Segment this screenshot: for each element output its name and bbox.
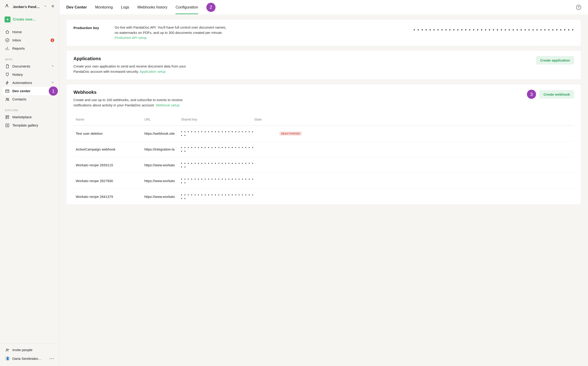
sidebar-item-label: Template gallery [12,123,38,127]
contacts-icon [5,97,10,102]
sidebar-item-automations[interactable]: Automations [3,79,56,87]
plus-icon: + [5,16,10,23]
webhook-url: https://www.workato [144,195,181,198]
user-name: Daria Serebriako… [12,357,42,360]
webhook-row[interactable]: Workato recipe 2827830https://www.workat… [73,173,574,189]
sidebar-item-dev-center[interactable]: Dev center 1 [3,87,56,95]
reports-icon [5,46,10,51]
applications-desc: Create your own application to send and … [73,64,197,74]
webhook-shared-key: • • • • • • • • • • • • • • • • • • • • … [181,161,254,169]
annotation-3: 3 [527,90,536,99]
webhook-shared-key: • • • • • • • • • • • • • • • • • • • • … [181,177,254,185]
webhook-name: Workato recipe 2833115 [76,163,144,167]
webhooks-table: Name URL Shared key State Test user dele… [73,114,574,205]
sidebar-item-template-gallery[interactable]: Template gallery [3,121,56,130]
automations-icon [5,81,10,85]
sidebar-item-contacts[interactable]: Contacts [3,95,56,103]
svg-point-3 [8,98,9,99]
sidebar-item-reports[interactable]: Reports [3,44,56,53]
create-new-button[interactable]: + Create new… [4,15,55,24]
col-shared: Shared key [181,118,254,121]
webhook-shared-key: • • • • • • • • • • • • • • • • • • • • … [181,193,254,200]
svg-point-2 [6,98,7,99]
status-badge: DEACTIVATED [279,131,302,136]
page-title: Dev Center [66,5,87,10]
svg-rect-4 [6,115,7,117]
applications-heading: Applications [73,56,197,61]
webhook-name: Workato recipe 2841379 [76,195,144,198]
col-name: Name [76,118,144,121]
svg-rect-6 [6,118,7,119]
home-icon [5,30,10,34]
sidebar-item-label: Automations [12,81,32,85]
col-state: State [254,118,279,121]
tab-logs[interactable]: Logs [121,0,129,14]
sidebar-item-documents[interactable]: Documents [3,62,56,70]
nav-apps: Documents Notary Automations Dev center … [0,62,59,106]
notary-icon [5,72,10,77]
sidebar-item-label: Dev center [12,89,31,93]
webhook-url: https://www.workato [144,163,181,167]
tab-configuration[interactable]: Configuration [176,0,198,14]
webhook-row[interactable]: Workato recipe 2833115https://www.workat… [73,157,574,173]
chevron-down-icon [44,5,47,9]
production-key-card: Production key Go live with PandaDoc API… [66,19,581,46]
tab-webhooks-history[interactable]: Webhooks history [137,0,168,14]
applications-card: Applications Create your own application… [66,50,581,80]
sidebar-item-label: Reports [12,46,25,51]
webhook-name: ActiveCampaign webhook [76,147,144,151]
section-explore-label: EXPLORE [0,106,59,113]
dev-center-icon [5,89,10,93]
chevron-down-icon [51,64,54,69]
annotation-2: 2 [206,3,215,12]
webhook-name: Test user deletion [76,131,144,135]
collapse-sidebar-icon[interactable] [51,4,55,9]
sidebar-item-inbox[interactable]: Inbox 1 [3,36,56,44]
application-setup-link[interactable]: Application setup [140,69,166,73]
webhook-url: https://www.workato [144,179,181,183]
create-webhook-button[interactable]: Create webhook [539,90,574,99]
production-api-setup-link[interactable]: Production API setup [115,36,147,39]
sidebar-item-home[interactable]: Home [3,28,56,36]
sidebar-item-marketplace[interactable]: Marketplace [3,113,56,121]
annotation-1: 1 [49,86,58,96]
workspace-switcher[interactable]: Jordan's Pand… [0,0,59,13]
webhooks-table-head: Name URL Shared key State [73,114,574,126]
webhook-setup-link[interactable]: Webhook setup [156,103,179,107]
webhook-row[interactable]: ActiveCampaign webhookhttps://integratio… [73,141,574,157]
sidebar: Jordan's Pand… + Create new… Home Inbox … [0,0,60,366]
sidebar-item-label: Notary [12,73,23,77]
svg-rect-1 [6,90,9,92]
marketplace-icon [5,115,10,119]
invite-label: Invite people [12,348,32,352]
chevron-down-icon [51,81,54,85]
webhooks-card: Webhooks Create and use up to 100 webhoo… [66,84,581,205]
invite-people-button[interactable]: Invite people [3,346,56,354]
content: Production key Go live with PandaDoc API… [60,15,588,366]
tab-monitoring[interactable]: Monitoring [95,0,113,14]
webhook-shared-key: • • • • • • • • • • • • • • • • • • • • … [181,130,254,137]
help-icon[interactable]: ? [576,5,581,10]
webhook-row[interactable]: Workato recipe 2841379https://www.workat… [73,189,574,205]
sidebar-item-notary[interactable]: Notary [3,70,56,79]
inbox-icon [5,38,10,43]
topbar: Dev Center Monitoring Logs Webhooks hist… [60,0,588,15]
sidebar-item-label: Contacts [12,97,26,101]
production-key-desc: Go live with PandaDoc API: You'll have f… [115,25,229,40]
svg-point-0 [6,39,9,42]
more-icon[interactable]: ••• [49,357,54,360]
create-application-button[interactable]: Create application [536,56,574,64]
webhook-row[interactable]: Test user deletionhttps://webhook.site• … [73,126,574,141]
user-menu[interactable]: 👤 Daria Serebriako… ••• [3,354,56,363]
webhook-name: Workato recipe 2827830 [76,179,144,183]
production-key-desc-text: Go live with PandaDoc API: You'll have f… [115,25,226,35]
webhook-url: https://webhook.site [144,131,181,135]
applications-desc-text: Create your own application to send and … [73,64,186,73]
logo-icon [5,4,10,10]
avatar: 👤 [5,356,10,361]
production-key-label: Production key [73,25,106,30]
sidebar-item-label: Home [12,30,22,34]
section-apps-label: APPS [0,55,59,62]
production-key-masked: • • • • • • • • • • • • • • • • • • • • … [238,25,574,32]
sidebar-item-label: Marketplace [12,115,31,119]
